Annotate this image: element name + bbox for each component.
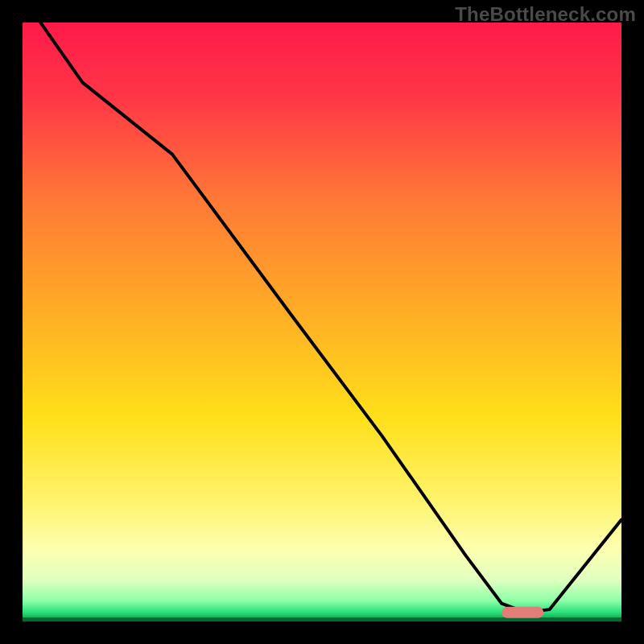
plot-background xyxy=(23,23,621,621)
plot-area xyxy=(23,23,621,621)
chart-svg xyxy=(23,23,621,621)
optimal-range-marker xyxy=(502,607,543,618)
figure: TheBottleneck.com xyxy=(0,0,644,644)
